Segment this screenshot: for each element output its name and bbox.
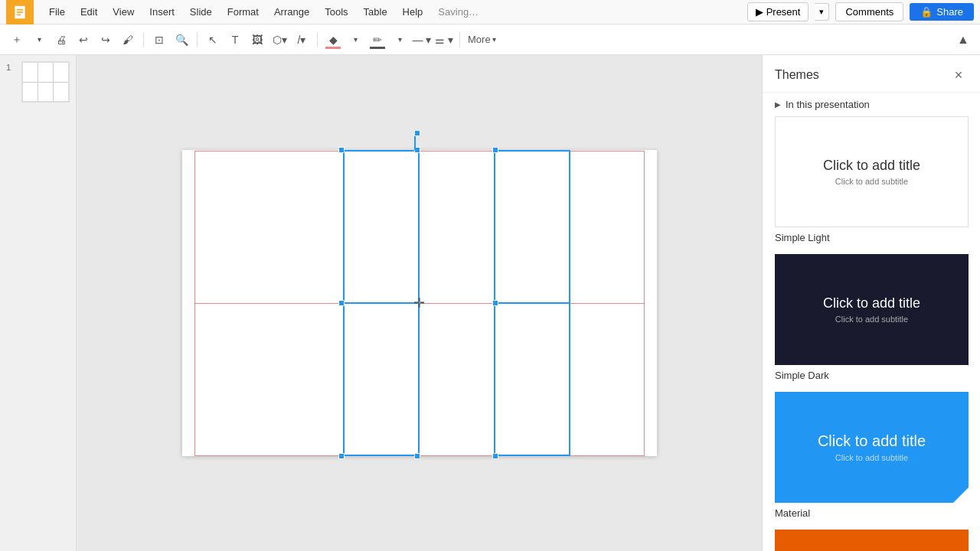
table-row bbox=[194, 151, 644, 303]
handle-top-anchor[interactable] bbox=[414, 130, 420, 136]
more-chevron-icon: ▾ bbox=[492, 35, 496, 44]
menu-format[interactable]: Format bbox=[221, 3, 265, 21]
app-logo bbox=[6, 0, 34, 24]
border-color-button[interactable]: ✏ bbox=[367, 29, 388, 51]
slide-table[interactable] bbox=[194, 150, 645, 456]
menu-table[interactable]: Table bbox=[358, 3, 394, 21]
theme-sub-text: Click to add subtitle bbox=[835, 177, 908, 186]
table-cell-r1c5[interactable] bbox=[570, 151, 644, 303]
toolbar: ＋ ▾ 🖨 ↩ ↪ 🖌 ⊡ 🔍 ↖ T 🖼 ⬡▾ /▾ ◆ ▾ ✏ ▾ — ▾ … bbox=[0, 24, 980, 55]
table-cell-r2c2[interactable] bbox=[344, 303, 419, 455]
table-cell-r2c4[interactable] bbox=[495, 303, 570, 455]
canvas-area: ✛ bbox=[77, 55, 762, 551]
theme-name-label: Simple Dark bbox=[775, 370, 968, 381]
image-button[interactable]: 🖼 bbox=[247, 29, 268, 51]
menu-bar: File Edit View Insert Slide Format Arran… bbox=[0, 0, 980, 24]
top-right-controls: ▶ Present ▾ Comments 🔒 Share bbox=[747, 2, 974, 21]
svg-rect-2 bbox=[17, 11, 23, 13]
border-dropdown[interactable]: ▾ bbox=[389, 29, 410, 51]
toolbar-group-zoom: ⊡ 🔍 bbox=[149, 29, 192, 51]
table-cell-r1c4[interactable] bbox=[495, 151, 570, 303]
themes-close-button[interactable]: × bbox=[949, 66, 968, 84]
table-cell-r2c1[interactable] bbox=[194, 303, 344, 455]
menu-file[interactable]: File bbox=[43, 3, 71, 21]
share-button[interactable]: 🔒 Share bbox=[910, 3, 974, 21]
theme-sub-text: Click to add subtitle bbox=[835, 315, 908, 324]
handle-bot-left[interactable] bbox=[338, 453, 345, 459]
table-row bbox=[194, 303, 644, 455]
fill-icon: ◆ bbox=[329, 34, 338, 46]
table-cell-r1c2[interactable] bbox=[344, 151, 419, 303]
line-dropdown[interactable]: /▾ bbox=[291, 29, 312, 51]
svg-rect-3 bbox=[17, 14, 21, 15]
border-dash-dropdown[interactable]: ⚌ ▾ bbox=[433, 29, 455, 51]
theme-preview-simple-dark[interactable]: Click to add title Click to add subtitle bbox=[775, 254, 969, 365]
fill-dropdown[interactable]: ▾ bbox=[345, 29, 366, 51]
separator-4 bbox=[459, 32, 460, 47]
separator-3 bbox=[317, 32, 318, 47]
handle-top-left[interactable] bbox=[338, 147, 345, 153]
collapse-toolbar-button[interactable]: ▲ bbox=[952, 29, 974, 51]
zoom-button[interactable]: 🔍 bbox=[171, 29, 192, 51]
menu-tools[interactable]: Tools bbox=[318, 3, 354, 21]
theme-material: Click to add title Click to add subtitle… bbox=[763, 392, 980, 530]
slide-canvas[interactable]: ✛ bbox=[182, 150, 657, 456]
theme-title-text: Click to add title bbox=[818, 432, 926, 450]
slide-thumbnail[interactable] bbox=[21, 61, 70, 103]
theme-simple-light: Click to add title Click to add subtitle… bbox=[763, 116, 980, 254]
theme-preview-streamline[interactable]: Click to add title bbox=[775, 530, 969, 551]
menu-insert[interactable]: Insert bbox=[143, 3, 181, 21]
menu-slide[interactable]: Slide bbox=[184, 3, 218, 21]
theme-name-label: Simple Light bbox=[775, 232, 968, 243]
table-cell-r2c5[interactable] bbox=[570, 303, 644, 455]
saving-indicator: Saving… bbox=[438, 6, 479, 18]
handle-bot-mid[interactable] bbox=[414, 453, 420, 459]
present-icon: ▶ bbox=[756, 6, 763, 18]
separator-1 bbox=[143, 32, 144, 47]
shapes-dropdown[interactable]: ⬡▾ bbox=[269, 29, 290, 51]
toolbar-group-file: ＋ ▾ 🖨 ↩ ↪ 🖌 bbox=[6, 29, 139, 51]
more-dropdown[interactable]: More ▾ bbox=[465, 32, 499, 47]
redo-button[interactable]: ↪ bbox=[95, 29, 116, 51]
fill-color-button[interactable]: ◆ bbox=[322, 29, 344, 51]
table-cell-r2c3[interactable] bbox=[419, 303, 494, 455]
table-cell-r1c1[interactable] bbox=[194, 151, 344, 303]
main-area: 1 bbox=[0, 55, 980, 551]
handle-top-right[interactable] bbox=[492, 147, 498, 153]
present-label: Present bbox=[766, 6, 801, 18]
table-cell-r1c3[interactable] bbox=[419, 151, 494, 303]
select-button[interactable]: ↖ bbox=[202, 29, 224, 51]
slide-panel: 1 bbox=[0, 55, 77, 551]
menu-arrange[interactable]: Arrange bbox=[268, 3, 315, 21]
menu-help[interactable]: Help bbox=[397, 3, 430, 21]
in-presentation-section[interactable]: ▶ In this presentation bbox=[763, 93, 980, 116]
table-container: ✛ bbox=[194, 150, 645, 456]
comments-button[interactable]: Comments bbox=[835, 2, 903, 21]
toolbar-group-format: ◆ ▾ ✏ ▾ — ▾ ⚌ ▾ bbox=[322, 29, 455, 51]
menu-edit[interactable]: Edit bbox=[74, 3, 103, 21]
present-dropdown-button[interactable]: ▾ bbox=[815, 3, 829, 21]
print-button[interactable]: 🖨 bbox=[51, 29, 72, 51]
handle-mid-right[interactable] bbox=[492, 300, 498, 306]
lock-icon: 🔒 bbox=[920, 6, 933, 18]
theme-preview-material[interactable]: Click to add title Click to add subtitle bbox=[775, 392, 969, 503]
themes-header: Themes × bbox=[763, 55, 980, 93]
handle-mid-left[interactable] bbox=[338, 300, 345, 306]
handle-bot-right[interactable] bbox=[492, 453, 498, 459]
text-button[interactable]: T bbox=[224, 29, 246, 51]
theme-preview-simple-light[interactable]: Click to add title Click to add subtitle bbox=[775, 116, 969, 227]
paint-format-button[interactable]: 🖌 bbox=[117, 29, 139, 51]
share-label: Share bbox=[936, 6, 963, 18]
separator-2 bbox=[197, 32, 198, 47]
border-icon: ✏ bbox=[373, 34, 382, 46]
in-presentation-label: In this presentation bbox=[786, 99, 870, 110]
add-button[interactable]: ＋ bbox=[6, 29, 28, 51]
present-button[interactable]: ▶ Present bbox=[747, 2, 809, 21]
theme-name-label: Material bbox=[775, 507, 968, 519]
border-weight-dropdown[interactable]: — ▾ bbox=[411, 29, 433, 51]
menu-view[interactable]: View bbox=[106, 3, 140, 21]
add-dropdown[interactable]: ▾ bbox=[28, 29, 50, 51]
undo-button[interactable]: ↩ bbox=[73, 29, 94, 51]
fit-button[interactable]: ⊡ bbox=[149, 29, 170, 51]
themes-panel: Themes × ▶ In this presentation Click to… bbox=[762, 55, 980, 551]
